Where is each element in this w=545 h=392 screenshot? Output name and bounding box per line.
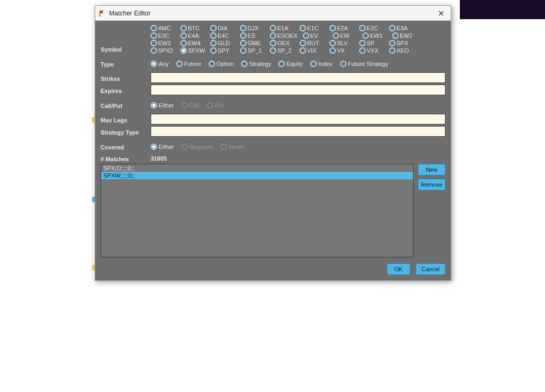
radio-e4a[interactable]: E4A (180, 32, 210, 39)
radio-gld[interactable]: GLD (210, 40, 240, 46)
radio-indicator (270, 47, 276, 54)
cancel-button[interactable]: Cancel (416, 263, 445, 275)
expires-input[interactable] (151, 85, 445, 95)
radio-spx[interactable]: SPX (389, 40, 419, 46)
matcher-list-area: SPX;O;;;;0;;SPXW;;;;;0;; New Remove (101, 164, 445, 257)
radio-label: E1C (307, 25, 318, 31)
radio-spx2[interactable]: SPX2 (151, 47, 180, 54)
radio-either[interactable]: Either (151, 144, 174, 150)
radio-label: Either (159, 144, 174, 150)
radio-ew1[interactable]: EW1 (362, 32, 392, 39)
callput-label: Call/Put (101, 101, 151, 109)
type-radio-group: AnyFutureOptionStrategyEquityIndexFuture… (151, 61, 445, 67)
radio-e2c[interactable]: E2C (359, 25, 389, 31)
radio-xeo[interactable]: XEO (389, 47, 419, 54)
radio-indicator (210, 25, 217, 31)
radio-index[interactable]: Index (310, 61, 333, 67)
radio-required: Required (181, 144, 213, 150)
covered-label: Covered (101, 143, 151, 151)
radio-label: Any (159, 61, 169, 67)
radio-djx[interactable]: DJX (240, 25, 270, 31)
radio-indicator (329, 47, 336, 54)
radio-put: Put (207, 102, 224, 109)
radio-option[interactable]: Option (209, 61, 234, 67)
type-label: Type (101, 60, 151, 68)
callput-row: Call/Put EitherCallPut (101, 101, 445, 109)
list-item[interactable]: SPX;O;;;;0;; (101, 164, 413, 172)
radio-indicator (180, 40, 187, 46)
radio-btc[interactable]: BTC (180, 25, 210, 31)
radio-indicator (300, 47, 306, 54)
radio-indicator (151, 32, 157, 39)
close-icon (438, 10, 444, 16)
flag-icon (98, 10, 106, 17)
radio-label: E4A (188, 32, 199, 39)
radio-esoex[interactable]: ESOEX (270, 32, 303, 39)
radio-dia[interactable]: DIA (210, 25, 240, 31)
maxlegs-input[interactable] (151, 114, 445, 124)
radio-future[interactable]: Future (176, 61, 201, 67)
radio-label: Future (184, 61, 201, 67)
radio-label: ESOEX (277, 32, 298, 39)
strikes-input[interactable] (151, 72, 445, 83)
radio-vix[interactable]: VIX (300, 47, 329, 54)
radio-e3a[interactable]: E3A (389, 25, 419, 31)
radio-label: Equity (286, 61, 303, 67)
radio-indicator (210, 40, 217, 46)
radio-es[interactable]: ES (240, 32, 270, 39)
radio-oex[interactable]: OEX (270, 40, 300, 46)
radio-indicator (270, 25, 276, 31)
radio-spxw[interactable]: SPXW (180, 47, 210, 54)
radio-label: GLD (218, 40, 230, 46)
strategytype-label: Strategy Type (101, 128, 151, 136)
radio-sp1[interactable]: SP_1 (240, 47, 270, 54)
ok-button[interactable]: OK (387, 263, 410, 275)
radio-vx[interactable]: VX (329, 47, 359, 54)
radio-ev[interactable]: EV (303, 32, 333, 39)
radio-e3c[interactable]: E3C (151, 32, 180, 39)
radio-slv[interactable]: SLV (329, 40, 359, 46)
radio-label: OEX (277, 40, 290, 46)
close-button[interactable] (435, 7, 448, 20)
radio-futurestrategy[interactable]: Future Strategy (340, 61, 389, 67)
radio-e1a[interactable]: E1A (270, 25, 300, 31)
radio-either[interactable]: Either (151, 102, 174, 109)
radio-label: E3C (158, 32, 169, 39)
radio-indicator (359, 25, 366, 31)
radio-equity[interactable]: Equity (278, 61, 303, 67)
radio-ew[interactable]: EW (333, 32, 362, 39)
radio-label: Index (318, 61, 333, 67)
radio-label: RUT (307, 40, 319, 46)
strategytype-input[interactable] (151, 126, 445, 137)
radio-ew4[interactable]: EW4 (180, 40, 210, 46)
radio-any[interactable]: Any (151, 61, 169, 67)
radio-label: E2A (337, 25, 348, 31)
radio-strategy[interactable]: Strategy (241, 61, 271, 67)
radio-rut[interactable]: RUT (300, 40, 329, 46)
radio-spy[interactable]: SPY (210, 47, 240, 54)
matches-label: # Matches (101, 154, 151, 162)
radio-ew3[interactable]: EW3 (151, 40, 180, 46)
remove-button[interactable]: Remove (418, 179, 445, 190)
new-button[interactable]: New (418, 164, 445, 176)
radio-e2a[interactable]: E2A (329, 25, 359, 31)
radio-label: E1A (277, 25, 288, 31)
radio-sp[interactable]: SP (359, 40, 389, 46)
covered-row: Covered EitherRequiredNever (101, 143, 445, 151)
radio-sp2[interactable]: SP_2 (270, 47, 300, 54)
radio-indicator (240, 32, 246, 39)
radio-amc[interactable]: AMC (151, 25, 180, 31)
radio-gme[interactable]: GME (240, 40, 270, 46)
radio-e1c[interactable]: E1C (300, 25, 329, 31)
expires-label: Expires (101, 86, 151, 94)
radio-indicator (333, 32, 339, 39)
radio-ew2[interactable]: EW2 (392, 32, 422, 39)
matcher-listbox[interactable]: SPX;O;;;;0;;SPXW;;;;;0;; (101, 164, 414, 257)
radio-e4c[interactable]: E4C (210, 32, 240, 39)
radio-label: AMC (158, 25, 171, 31)
radio-label: SLV (337, 40, 348, 46)
list-item[interactable]: SPXW;;;;;0;; (101, 172, 413, 179)
radio-indicator (392, 32, 399, 39)
radio-vxx[interactable]: VXX (359, 47, 389, 54)
radio-label: SP_2 (277, 47, 292, 54)
